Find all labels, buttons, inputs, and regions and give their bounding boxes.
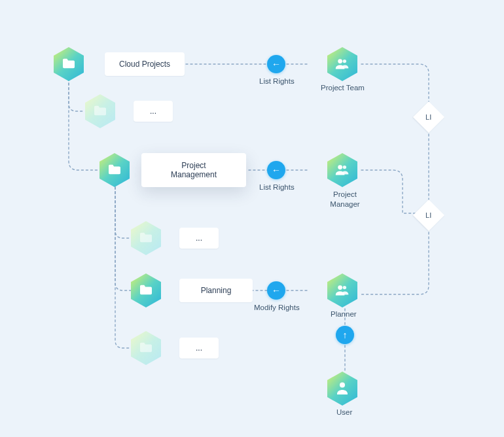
folder-label-text: Project Management: [171, 161, 217, 179]
role-caption-project-manager: Project Manager: [329, 190, 361, 209]
people-icon: [335, 284, 350, 298]
rights-caption-2: List Rights: [259, 183, 295, 191]
folder-label-text: Cloud Projects: [119, 60, 170, 69]
folder-icon: [139, 284, 153, 298]
svg-point-4: [343, 165, 346, 168]
svg-point-3: [338, 165, 342, 169]
arrow-circle-modify-rights: ←: [267, 281, 285, 300]
people-icon: [335, 58, 350, 71]
folder-icon: [107, 164, 122, 177]
folder-label-text: Planning: [201, 286, 232, 295]
rights-caption-1: List Rights: [259, 77, 295, 85]
arrow-up-icon: ↑: [343, 330, 348, 340]
folder-icon: [62, 58, 76, 71]
decision-label: LI: [425, 113, 431, 121]
arrow-left-icon: ←: [272, 60, 281, 69]
people-icon: [335, 164, 350, 177]
role-caption-planner: Planner: [331, 310, 357, 318]
folder-icon: [139, 232, 153, 245]
ellipsis-card-2: ...: [179, 228, 219, 249]
ellipsis-text: ...: [196, 343, 202, 353]
ellipsis-text: ...: [150, 107, 156, 116]
ellipsis-card-3: ...: [179, 338, 219, 358]
ellipsis-card-1: ...: [134, 101, 173, 122]
role-caption-project-team: Project Team: [321, 84, 365, 92]
svg-point-6: [343, 285, 346, 288]
folder-label-cloud-projects: Cloud Projects: [105, 52, 185, 76]
decision-label: LI: [425, 211, 431, 219]
svg-point-1: [338, 59, 342, 63]
folder-icon: [139, 341, 153, 355]
arrow-left-icon: ←: [272, 286, 281, 295]
role-caption-user: User: [336, 408, 352, 416]
folder-label-planning: Planning: [179, 279, 253, 302]
svg-point-2: [343, 59, 346, 62]
svg-point-5: [338, 285, 342, 290]
arrow-circle-up: ↑: [336, 326, 354, 344]
ellipsis-text: ...: [196, 234, 202, 243]
person-icon: [336, 381, 348, 396]
arrow-left-icon: ←: [272, 166, 281, 175]
folder-icon: [93, 105, 107, 118]
arrow-circle-list-rights-2: ←: [267, 161, 285, 179]
svg-point-7: [340, 382, 345, 387]
folder-label-project-management: Project Management: [141, 153, 246, 187]
arrow-circle-list-rights-1: ←: [267, 55, 285, 73]
rights-caption-3: Modify Rights: [254, 304, 300, 311]
